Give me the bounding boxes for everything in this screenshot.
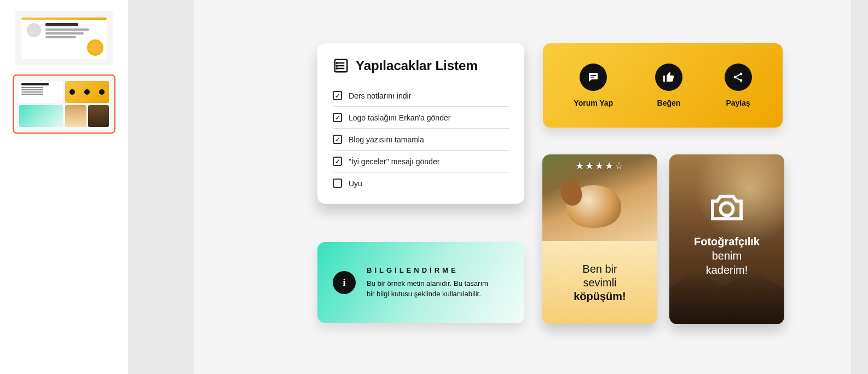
svg-point-6 bbox=[337, 68, 338, 69]
todo-item-label: "İyi geceler" mesajı gönder bbox=[349, 157, 439, 166]
star-rating: ★★★★☆ bbox=[542, 160, 657, 172]
svg-rect-7 bbox=[591, 75, 596, 76]
slide-thumbnail-1[interactable] bbox=[15, 11, 113, 66]
checkbox-icon[interactable] bbox=[333, 113, 342, 122]
dog-caption: Ben bir sevimli köpüşüm! bbox=[574, 262, 626, 303]
slide-content: Yapılacaklar Listem Ders notlarını indir… bbox=[194, 0, 851, 374]
todo-item[interactable]: Logo taslağını Erkan'a gönder bbox=[333, 107, 509, 129]
app-window: Yapılacaklar Listem Ders notlarını indir… bbox=[0, 0, 868, 374]
info-icon: i bbox=[333, 271, 356, 294]
todo-list: Ders notlarını indir Logo taslağını Erka… bbox=[333, 85, 509, 194]
comment-icon bbox=[587, 71, 600, 84]
checkbox-icon[interactable] bbox=[333, 179, 342, 188]
comment-button[interactable]: Yorum Yap bbox=[574, 64, 613, 107]
svg-point-12 bbox=[720, 203, 733, 215]
info-card[interactable]: i BİLGİLENDİRME Bu bir örnek metin alanı… bbox=[317, 242, 524, 323]
checkbox-icon[interactable] bbox=[333, 135, 342, 144]
checkbox-icon[interactable] bbox=[333, 91, 342, 100]
todo-title: Yapılacaklar Listem bbox=[356, 58, 478, 73]
action-label: Yorum Yap bbox=[574, 99, 613, 107]
action-card: Yorum Yap Beğen Paylaş bbox=[543, 43, 783, 128]
share-icon bbox=[732, 71, 745, 84]
slide-thumbnail-panel bbox=[0, 0, 129, 374]
svg-point-4 bbox=[337, 62, 338, 64]
todo-item-label: Uyu bbox=[349, 179, 362, 188]
share-button[interactable]: Paylaş bbox=[725, 64, 752, 107]
dog-card[interactable]: ★★★★☆ Ben bir sevimli köpüşüm! bbox=[542, 154, 657, 324]
action-label: Paylaş bbox=[726, 99, 750, 107]
todo-item[interactable]: Ders notlarını indir bbox=[333, 85, 509, 107]
checkbox-icon[interactable] bbox=[333, 157, 342, 166]
todo-card[interactable]: Yapılacaklar Listem Ders notlarını indir… bbox=[317, 43, 524, 204]
slide-canvas[interactable]: Yapılacaklar Listem Ders notlarını indir… bbox=[129, 0, 868, 374]
todo-item-label: Blog yazısını tamamla bbox=[349, 135, 424, 144]
svg-rect-8 bbox=[591, 77, 594, 78]
dog-image: ★★★★☆ bbox=[542, 154, 657, 241]
thumbs-up-icon bbox=[662, 71, 675, 84]
todo-item-label: Logo taslağını Erkan'a gönder bbox=[349, 113, 450, 122]
todo-item[interactable]: "İyi geceler" mesajı gönder bbox=[333, 151, 509, 172]
info-heading: BİLGİLENDİRME bbox=[367, 266, 493, 274]
info-body: Bu bir örnek metin alanıdır. Bu tasarım … bbox=[367, 279, 493, 298]
slide-thumbnail-2[interactable] bbox=[15, 77, 113, 131]
svg-point-5 bbox=[337, 65, 338, 66]
todo-item[interactable]: Uyu bbox=[333, 172, 509, 194]
like-button[interactable]: Beğen bbox=[655, 64, 682, 107]
list-icon bbox=[333, 57, 349, 74]
todo-item[interactable]: Blog yazısını tamamla bbox=[333, 129, 509, 151]
todo-item-label: Ders notlarını indir bbox=[349, 91, 411, 100]
camera-icon bbox=[708, 192, 746, 223]
action-label: Beğen bbox=[657, 99, 681, 107]
photo-card[interactable]: Fotoğrafçılık benim kaderim! bbox=[669, 154, 784, 324]
